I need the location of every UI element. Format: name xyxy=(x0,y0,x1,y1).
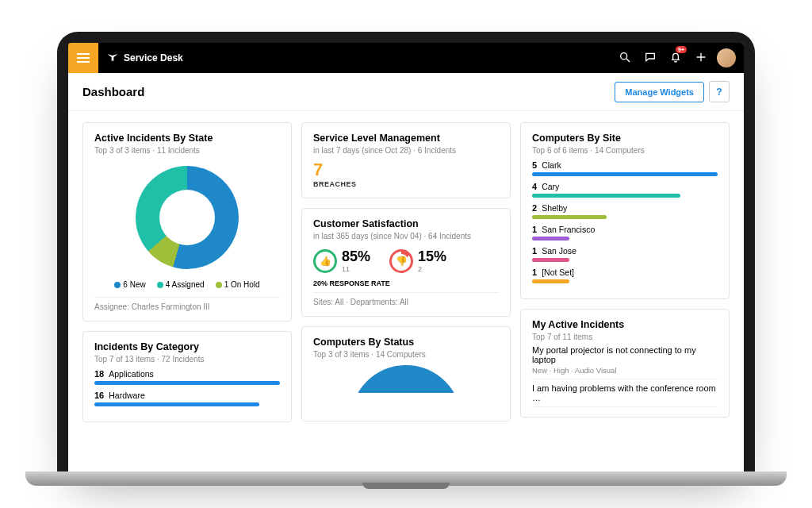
bar-row[interactable]: 1San Jose xyxy=(532,246,718,262)
bar-row[interactable]: 4Cary xyxy=(532,182,718,198)
svg-line-1 xyxy=(626,59,630,62)
slm-breach-label: BREACHES xyxy=(313,180,499,188)
app-header: Service Desk 9+ xyxy=(68,43,744,73)
donut-chart xyxy=(136,166,239,269)
widget-title: Service Level Management xyxy=(313,133,499,144)
widget-title: Customer Satisfaction xyxy=(313,218,499,229)
app-brand[interactable]: Service Desk xyxy=(98,51,183,66)
chat-button[interactable] xyxy=(638,43,663,73)
widget-subtitle: Top 7 of 11 items xyxy=(532,333,718,341)
bar-row[interactable]: 16Hardware xyxy=(94,391,280,406)
hamburger-menu-button[interactable] xyxy=(68,43,98,73)
incident-item[interactable]: My portal projector is not connecting to… xyxy=(532,341,718,379)
legend-item: 6 New xyxy=(114,280,145,289)
donut-chart xyxy=(350,365,462,421)
incident-title: My portal projector is not connecting to… xyxy=(532,345,718,364)
page-title: Dashboard xyxy=(82,85,144,98)
add-button[interactable] xyxy=(688,43,714,73)
legend-item: 4 Assigned xyxy=(157,280,205,289)
notifications-button[interactable]: 9+ xyxy=(663,43,688,73)
bar-row[interactable]: 1[Not Set] xyxy=(532,267,718,283)
plus-icon xyxy=(695,51,707,66)
widget-footer: Assignee: Charles Farmington III xyxy=(94,297,280,311)
incident-title: I am having problems with the conference… xyxy=(532,383,718,402)
notification-badge: 9+ xyxy=(676,46,687,53)
widget-title: My Active Incidents xyxy=(532,319,718,330)
svg-point-0 xyxy=(621,52,627,59)
page-header: Dashboard Manage Widgets ? xyxy=(68,73,744,111)
app-name: Service Desk xyxy=(124,52,183,64)
widget-incidents-by-category[interactable]: Incidents By Category Top 7 of 13 items … xyxy=(82,331,292,422)
slm-breach-count: 7 xyxy=(313,160,499,180)
widget-subtitle: in last 7 days (since Oct 28) · 6 Incide… xyxy=(313,146,499,155)
widget-subtitle: Top 3 of 3 items · 11 Incidents xyxy=(94,146,280,155)
widget-title: Active Incidents By State xyxy=(94,133,280,144)
chart-legend: 6 New 4 Assigned 1 On Hold xyxy=(94,275,280,292)
widget-title: Computers By Site xyxy=(532,133,718,144)
chat-icon xyxy=(644,51,657,66)
widget-title: Incidents By Category xyxy=(94,341,280,352)
bar-row[interactable]: 2Shelby xyxy=(532,203,718,219)
csat-response-rate: 20% RESPONSE RATE xyxy=(313,279,499,287)
incident-item[interactable]: I am having problems with the conference… xyxy=(532,379,718,407)
widget-service-level-management[interactable]: Service Level Management in last 7 days … xyxy=(301,122,511,198)
widget-footer: Sites: All · Departments: All xyxy=(313,292,499,306)
widget-my-active-incidents[interactable]: My Active Incidents Top 7 of 11 items My… xyxy=(520,309,730,418)
search-icon xyxy=(619,51,631,66)
bird-icon xyxy=(106,51,119,66)
widget-customer-satisfaction[interactable]: Customer Satisfaction in last 365 days (… xyxy=(301,208,511,317)
manage-widgets-button[interactable]: Manage Widgets xyxy=(615,82,704,102)
help-button[interactable]: ? xyxy=(709,81,730,102)
avatar[interactable] xyxy=(717,48,736,67)
widget-computers-by-status[interactable]: Computers By Status Top 3 of 3 items · 1… xyxy=(301,326,511,421)
legend-item: 1 On Hold xyxy=(216,280,260,289)
widget-title: Computers By Status xyxy=(313,337,499,348)
csat-negative-pct: 15% xyxy=(418,248,446,264)
csat-positive-pct: 85% xyxy=(342,248,370,264)
bar-row[interactable]: 18Applications xyxy=(94,369,280,385)
bar-row[interactable]: 5Clark xyxy=(532,160,718,176)
thumbs-down-icon: 👎 xyxy=(389,249,413,273)
widget-active-incidents-by-state[interactable]: Active Incidents By State Top 3 of 3 ite… xyxy=(82,122,292,321)
widget-subtitle: in last 365 days (since Nov 04) · 64 Inc… xyxy=(313,232,499,241)
widget-computers-by-site[interactable]: Computers By Site Top 6 of 6 items · 14 … xyxy=(520,122,730,299)
thumbs-up-icon: 👍 xyxy=(313,249,337,273)
widget-subtitle: Top 6 of 6 items · 14 Computers xyxy=(532,146,718,155)
search-button[interactable] xyxy=(612,43,638,73)
bar-row[interactable]: 1San Francisco xyxy=(532,225,718,241)
incident-meta: New · High · Audio Visual xyxy=(532,366,718,375)
widget-subtitle: Top 3 of 3 items · 14 Computers xyxy=(313,350,499,359)
widget-subtitle: Top 7 of 13 items · 72 Incidents xyxy=(94,355,280,364)
